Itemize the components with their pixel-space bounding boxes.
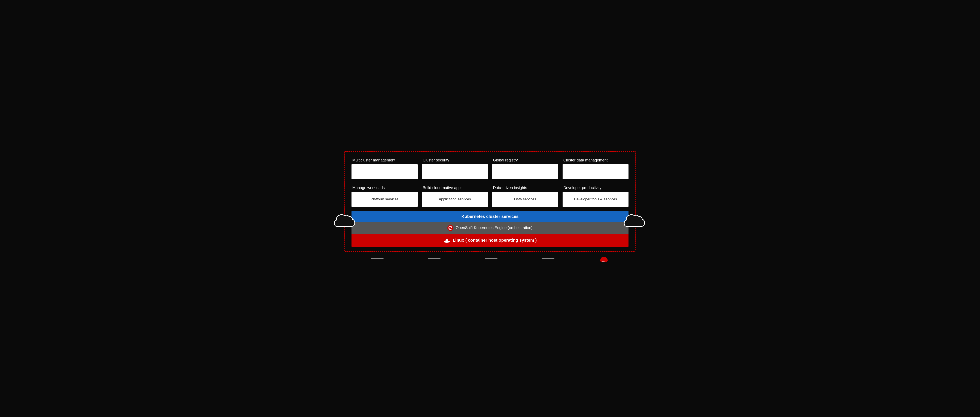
card-label-manage-workloads: Manage workloads [352,186,418,190]
application-services-text: Application services [439,197,471,201]
card-label-build-cloud: Build cloud-native apps [422,186,488,190]
kubernetes-bar: Kubernetes cluster services [352,211,628,222]
card-label-cluster-security: Cluster security [422,158,488,163]
top-row: Multicluster management Cluster security… [352,158,628,179]
redhat-hat-icon [443,237,450,244]
bottom-row: Manage workloads Platform services Build… [352,186,628,207]
card-box-multicluster [352,164,418,179]
kubernetes-bar-text: Kubernetes cluster services [461,214,519,219]
card-group-developer: Developer productivity Developer tools &… [563,186,629,207]
card-group-application: Build cloud-native apps Application serv… [422,186,488,207]
openshift-icon [447,225,453,231]
logo-dash-4 [542,258,554,259]
data-services-text: Data services [514,197,536,201]
card-box-cluster-security [422,164,488,179]
card-group-global-registry: Global registry [492,158,558,179]
logos-row: HAT [344,255,636,262]
card-label-multicluster: Multicluster management [352,158,418,163]
cloud-left [332,212,358,230]
linux-bar: Linux ( container host operating system … [352,234,628,247]
developer-tools-text: Developer tools & services [574,197,617,201]
service-bars: Kubernetes cluster services OpenShift Ku… [352,211,628,247]
diagram-container: Multicluster management Cluster security… [340,144,640,273]
svg-point-2 [446,239,448,240]
card-group-data: Data-driven insights Data services [492,186,558,207]
logo-dash-1 [371,258,383,259]
card-box-platform: Platform services [352,192,418,207]
card-label-global-registry: Global registry [492,158,558,163]
card-box-application: Application services [422,192,488,207]
card-box-data: Data services [492,192,558,207]
card-label-data-insights: Data-driven insights [492,186,558,190]
svg-text:HAT: HAT [602,260,606,262]
card-box-cluster-data [563,164,629,179]
card-box-global-registry [492,164,558,179]
card-label-cluster-data: Cluster data management [563,158,629,163]
redhat-logo: HAT [598,255,609,262]
cloud-right [622,212,648,230]
card-box-developer: Developer tools & services [563,192,629,207]
dashed-border-box: Multicluster management Cluster security… [344,151,636,252]
platform-services-text: Platform services [371,197,398,201]
card-group-cluster-security: Cluster security [422,158,488,179]
logo-dash-3 [485,258,498,259]
card-group-platform: Manage workloads Platform services [352,186,418,207]
openshift-bar: OpenShift Kubernetes Engine (orchestrati… [352,222,628,234]
card-label-developer-productivity: Developer productivity [563,186,629,190]
logo-dash-2 [428,258,441,259]
openshift-bar-text: OpenShift Kubernetes Engine (orchestrati… [455,226,532,230]
card-group-multicluster: Multicluster management [352,158,418,179]
card-group-cluster-data: Cluster data management [563,158,629,179]
linux-bar-text: Linux ( container host operating system … [453,238,537,243]
